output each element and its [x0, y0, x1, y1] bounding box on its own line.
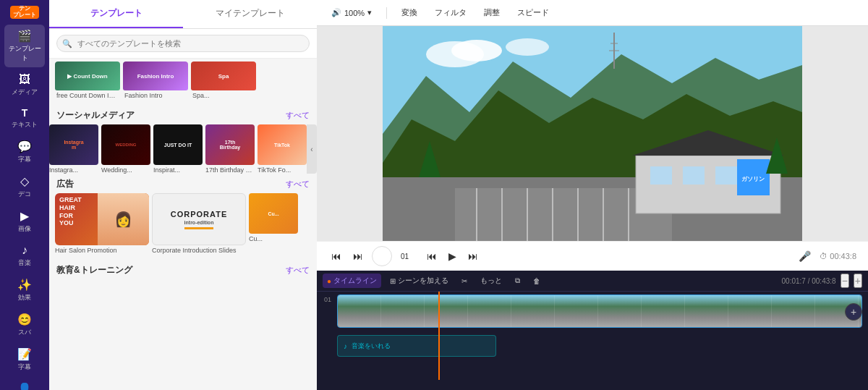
ads-template-row: GREATHAIRFORYOU 👩 Hair Salon Promotion C…: [49, 193, 317, 260]
sidebar-item-label: 字幕: [18, 363, 31, 372]
audio-track[interactable]: ♪ 音楽をいれる: [337, 335, 496, 357]
social-section-title: ソーシャルメディア: [56, 109, 135, 122]
search-input[interactable]: [56, 35, 310, 52]
timeline-area: ● タイムライン ⊞ シーンを加える ✂ もっと ⧉ 🗑 00:01:7 / 0…: [317, 271, 868, 390]
social-media-section: ソーシャルメディア すべて Instagram Instagra...: [49, 105, 317, 174]
volume-icon: 🔊: [331, 8, 341, 17]
time-icon: ⏱: [820, 252, 827, 260]
edu-section-title: 教育&トレーニング: [56, 264, 132, 276]
frame-6: [555, 295, 598, 327]
add-scene-label: シーンを加える: [398, 276, 448, 286]
template-card-cu[interactable]: Cu... Cu...: [249, 193, 298, 254]
play-pause-btn[interactable]: ⏸: [372, 246, 392, 266]
deco-icon: ◇: [20, 174, 29, 188]
template-card-corporate[interactable]: CORPORATE intro-edition Corporate Introd…: [152, 193, 246, 254]
sidebar-item-deco[interactable]: ◇ デコ: [4, 170, 45, 203]
top-templates: ▶ Count Down free Count Down Intro Fashi…: [49, 59, 317, 105]
scissors-icon: ✂: [461, 277, 467, 285]
image-icon: ▶: [20, 209, 29, 223]
audio-track-container: ♪ 音楽をいれる: [337, 335, 496, 357]
speed-btn[interactable]: スピード: [511, 4, 555, 21]
exchange-label: 変換: [401, 7, 417, 18]
video-track-container: 01: [323, 294, 862, 331]
sidebar-item-media[interactable]: 🖼 メディア: [4, 69, 45, 101]
video-preview: ガソリン: [383, 26, 802, 241]
playhead[interactable]: [438, 292, 440, 380]
frame-4: [468, 295, 511, 327]
template-card-inspiration[interactable]: JUST DO IT Inspirat...: [153, 124, 203, 174]
sidebar-item-sticker[interactable]: 😊 スバ: [4, 308, 45, 342]
main-area: 🔊 100% ▾ 変換 フィルタ 調整 スピード: [317, 0, 868, 390]
frame-3: [425, 295, 468, 327]
sidebar-item-subtitle[interactable]: 💬 字幕: [4, 135, 45, 169]
time-display: ⏱ 00:43:8: [820, 252, 856, 260]
skip-end-btn[interactable]: ⏭: [465, 249, 481, 263]
frame-5: [511, 295, 555, 327]
template-card-wedding[interactable]: WEDDING Wedding...: [101, 124, 150, 174]
timeline-label-btn[interactable]: ● タイムライン: [323, 274, 381, 288]
delete-btn[interactable]: 🗑: [529, 275, 545, 287]
sidebar-item-subtitle2[interactable]: 📝 字幕: [4, 343, 45, 376]
more-btn[interactable]: もっと: [476, 274, 506, 288]
skip-start-btn[interactable]: ⏮: [424, 249, 440, 263]
sidebar-item-effect[interactable]: ✨ 効果: [4, 274, 45, 307]
timeline-add-btn[interactable]: +: [845, 303, 862, 321]
volume-btn[interactable]: 🔊 100% ▾: [326, 5, 378, 20]
toolbar: 🔊 100% ▾ 変換 フィルタ 調整 スピード: [317, 0, 868, 26]
frame-8: [642, 295, 685, 327]
video-track[interactable]: [337, 294, 862, 328]
sidebar-item-label: テンプレート: [7, 44, 42, 63]
skip-back-btn[interactable]: ⏮: [328, 249, 344, 263]
template-card-instagram[interactable]: Instagram Instagra...: [49, 124, 98, 174]
copy-btn[interactable]: ⧉: [511, 274, 524, 287]
play-btn[interactable]: ▶: [446, 249, 459, 263]
sidebar: テンプレート 🎬 テンプレート 🖼 メディア T テキスト 💬 字幕 ◇ デコ …: [0, 0, 49, 390]
ads-section-all[interactable]: すべて: [286, 179, 310, 190]
frame-10: [728, 295, 772, 327]
svg-rect-19: [715, 166, 737, 185]
social-collapse-btn[interactable]: ‹: [307, 124, 317, 174]
template-card-tiktok[interactable]: TikTok TikTok Fo...: [258, 124, 307, 174]
sidebar-item-template[interactable]: 🎬 テンプレート: [4, 25, 45, 67]
tab-template[interactable]: テンプレート: [49, 0, 183, 28]
timeline-content: 01: [317, 292, 868, 390]
ads-section-title: 広告: [56, 178, 74, 190]
template-item-fashion[interactable]: Fashion Intro Fashion Intro: [123, 62, 188, 99]
exchange-btn[interactable]: 変換: [396, 4, 423, 21]
step-back-btn[interactable]: ⏭: [350, 249, 366, 263]
timeline-dot-icon: ●: [327, 277, 331, 285]
filter-label: フィルタ: [435, 7, 467, 18]
mic-btn[interactable]: 🎤: [796, 249, 814, 263]
search-icon: 🔍: [62, 39, 72, 48]
sidebar-item-label: 効果: [18, 293, 31, 302]
subtitle2-icon: 📝: [17, 347, 32, 361]
brand-icon: 👤: [17, 382, 32, 390]
sidebar-item-image[interactable]: ▶ 画像: [4, 205, 45, 238]
sidebar-item-text[interactable]: T テキスト: [4, 103, 45, 134]
sidebar-item-brand[interactable]: 👤 ブランド: [4, 378, 45, 390]
zoom-in-btn[interactable]: +: [854, 274, 862, 288]
social-section-all[interactable]: すべて: [286, 110, 310, 121]
edu-section-all[interactable]: すべて: [286, 265, 310, 276]
frame-2: [381, 295, 425, 327]
social-section-header: ソーシャルメディア すべて: [49, 105, 317, 124]
panel-tabs: テンプレート マイテンプレート: [49, 0, 317, 29]
tab-my-template[interactable]: マイテンプレート: [183, 0, 317, 28]
sidebar-item-music[interactable]: ♪ 音楽: [4, 239, 45, 272]
template-item-countdown[interactable]: ▶ Count Down free Count Down Intro: [55, 62, 120, 99]
adjust-btn[interactable]: 調整: [478, 4, 506, 21]
social-template-row: Instagram Instagra... WEDDING Wedding...: [49, 124, 317, 174]
template-card-hair[interactable]: GREATHAIRFORYOU 👩 Hair Salon Promotion: [55, 193, 149, 254]
template-name: TikTok Fo...: [258, 166, 307, 174]
template-item-spa[interactable]: Spa Spa...: [191, 62, 256, 99]
add-scene-btn[interactable]: ⊞ シーンを加える: [386, 274, 453, 288]
frame-11: [772, 295, 815, 327]
scissors-btn[interactable]: ✂: [457, 275, 472, 287]
template-card-birthday[interactable]: 17thBirthday 17th Birthday W...: [205, 124, 255, 174]
sticker-icon: 😊: [17, 313, 32, 326]
svg-rect-18: [683, 166, 705, 185]
education-section: 教育&トレーニング すべて: [49, 260, 317, 279]
search-bar: 🔍: [49, 29, 317, 59]
filter-btn[interactable]: フィルタ: [429, 4, 472, 21]
zoom-out-btn[interactable]: −: [841, 274, 849, 288]
